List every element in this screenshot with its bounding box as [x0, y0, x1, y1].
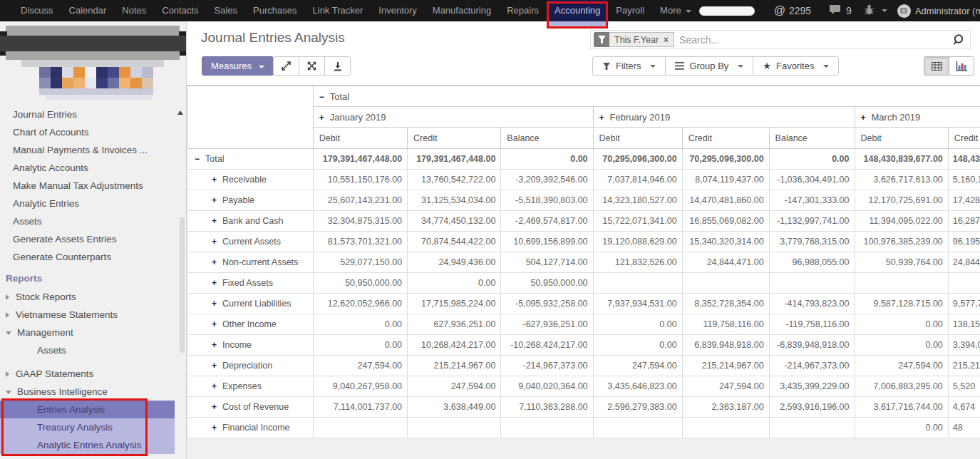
sidebar-item-entries-analysis[interactable]: Entries Analysis: [0, 401, 175, 418]
sidebar-item-treasury-analysis[interactable]: Treasury Analysis: [0, 418, 175, 436]
pivot-view-button[interactable]: [924, 56, 949, 76]
pivot-row-depreciation[interactable]: +Depreciation: [187, 356, 314, 376]
chevron-right-icon[interactable]: [6, 312, 9, 318]
expand-icon[interactable]: +: [212, 299, 217, 309]
search-bar[interactable]: This F.Year ×: [590, 30, 971, 49]
pivot-row-non-current-assets[interactable]: +Non-current Assets: [187, 252, 314, 273]
pivot-colgroup-february-2019[interactable]: +February 2019: [593, 107, 855, 128]
group-by-button[interactable]: Group By: [665, 56, 753, 76]
menu-accounting[interactable]: Accounting: [547, 0, 608, 21]
expand-icon[interactable]: +: [212, 237, 217, 247]
progress-gauge[interactable]: [699, 6, 755, 16]
filters-button[interactable]: Filters: [592, 56, 666, 76]
measure-header-balance[interactable]: Balance: [501, 128, 593, 149]
expand-icon[interactable]: +: [319, 113, 324, 123]
expand-all-button[interactable]: [273, 56, 299, 76]
expand-icon[interactable]: +: [212, 319, 217, 329]
menu-purchases[interactable]: Purchases: [245, 0, 304, 21]
measure-header-credit[interactable]: Credit: [408, 128, 501, 149]
sidebar-item-gaap-statements[interactable]: GAAP Statements: [0, 365, 186, 383]
pivot-row-financial-income[interactable]: +Financial Income: [187, 418, 314, 438]
sidebar-item-stock-reports[interactable]: Stock Reports: [0, 288, 186, 306]
menu-discuss[interactable]: Discuss: [13, 0, 61, 21]
expand-icon[interactable]: +: [212, 361, 217, 371]
sidebar-item-analytic-accounts[interactable]: Analytic Accounts: [0, 159, 186, 177]
measure-header-debit[interactable]: Debit: [855, 128, 948, 149]
pivot-row-current-liabilities[interactable]: +Current Liabilities: [187, 294, 314, 314]
expand-icon[interactable]: +: [212, 175, 217, 185]
graph-view-button[interactable]: [949, 56, 974, 76]
pivot-row-income[interactable]: +Income: [187, 335, 314, 356]
sidebar-item-assets[interactable]: Assets: [0, 341, 186, 359]
collapse-icon[interactable]: −: [319, 92, 324, 102]
menu-contacts[interactable]: Contacts: [154, 0, 206, 21]
flip-axis-button[interactable]: [299, 56, 325, 76]
search-icon[interactable]: [947, 33, 970, 46]
sidebar-item-invoicing[interactable]: Invoicing: [0, 454, 186, 459]
menu-sales[interactable]: Sales: [207, 0, 246, 21]
expand-icon[interactable]: +: [212, 381, 217, 391]
chevron-right-icon[interactable]: [6, 371, 9, 377]
pivot-row-cost-of-revenue[interactable]: +Cost of Revenue: [187, 397, 314, 418]
menu-more[interactable]: More: [652, 0, 699, 21]
pivot-row-bank-and-cash[interactable]: +Bank and Cash: [187, 211, 314, 232]
menu-repairs[interactable]: Repairs: [499, 0, 547, 21]
pivot-colgroup-total[interactable]: −Total: [313, 86, 980, 107]
avatar[interactable]: [897, 4, 911, 18]
sidebar-item-vietnamese-statements[interactable]: Vietnamese Statements: [0, 306, 186, 324]
sidebar-item-management[interactable]: Management: [0, 324, 186, 341]
scroll-up-arrow[interactable]: [177, 110, 183, 115]
search-facet[interactable]: This F.Year ×: [594, 32, 674, 47]
measure-header-debit[interactable]: Debit: [313, 128, 407, 149]
sidebar-item-journal-entries[interactable]: Journal Entries: [0, 105, 186, 123]
pivot-row-total[interactable]: −Total: [187, 149, 314, 170]
menu-payroll[interactable]: Payroll: [608, 0, 652, 21]
pivot-row-payable[interactable]: +Payable: [187, 190, 314, 211]
menu-inventory[interactable]: Inventory: [371, 0, 424, 21]
measure-header-debit[interactable]: Debit: [593, 128, 682, 149]
expand-icon[interactable]: +: [212, 257, 217, 267]
chevron-down-icon[interactable]: [6, 391, 11, 394]
sidebar-item-analytic-entries-analysis[interactable]: Analytic Entries Analysis: [0, 436, 175, 454]
expand-icon[interactable]: +: [212, 340, 217, 350]
menu-link-tracker[interactable]: Link Tracker: [305, 0, 371, 21]
measures-button[interactable]: Measures: [202, 56, 274, 76]
measure-header-credit[interactable]: Credit: [682, 128, 769, 149]
chevron-down-icon[interactable]: [6, 331, 11, 335]
pivot-colgroup-january-2019[interactable]: +January 2019: [313, 107, 593, 128]
remove-facet-icon[interactable]: ×: [664, 35, 669, 45]
user-menu-label[interactable]: Administrator (mknwyp...: [915, 6, 980, 16]
favorites-button[interactable]: ★ Favorites: [753, 56, 839, 76]
menu-calendar[interactable]: Calendar: [61, 0, 115, 21]
collapse-icon[interactable]: −: [195, 154, 200, 164]
measure-header-credit[interactable]: Credit: [948, 128, 980, 149]
sidebar-scrollbar[interactable]: [180, 217, 185, 353]
pivot-row-expenses[interactable]: +Expenses: [187, 376, 314, 397]
debug-menu[interactable]: [865, 4, 887, 17]
messages-counter[interactable]: 9: [828, 4, 852, 17]
pivot-row-fixed-assets[interactable]: +Fixed Assets: [187, 273, 314, 294]
sidebar-item-business-intelligence[interactable]: Business Intelligence: [0, 383, 186, 401]
sidebar-item-chart-of-accounts[interactable]: Chart of Accounts: [0, 123, 186, 141]
pivot-row-current-assets[interactable]: +Current Assets: [187, 232, 314, 252]
pivot-colgroup-march-2019[interactable]: +March 2019: [855, 107, 980, 128]
expand-icon[interactable]: +: [599, 113, 604, 123]
measure-header-balance[interactable]: Balance: [769, 128, 855, 149]
sidebar-item-generate-assets-entries[interactable]: Generate Assets Entries: [0, 230, 186, 248]
sidebar-item-make-manual-tax-adjustments[interactable]: Make Manual Tax Adjustments: [0, 177, 186, 195]
expand-icon[interactable]: +: [212, 216, 217, 226]
expand-icon[interactable]: +: [212, 423, 217, 433]
pivot-row-other-income[interactable]: +Other Income: [187, 314, 314, 335]
sidebar-item-assets[interactable]: Assets: [0, 212, 186, 230]
expand-icon[interactable]: +: [212, 402, 217, 412]
sidebar-item-generate-counterparts[interactable]: Generate Counterparts: [0, 248, 186, 266]
pivot-row-receivable[interactable]: +Receivable: [187, 170, 314, 190]
expand-icon[interactable]: +: [861, 113, 866, 123]
download-button[interactable]: [324, 56, 351, 76]
search-input[interactable]: [679, 34, 947, 46]
chevron-right-icon[interactable]: [6, 294, 9, 300]
sidebar-item-manual-payments-invoices[interactable]: Manual Payments & Invoices ...: [0, 141, 186, 159]
mentions-counter[interactable]: @ 2295: [774, 4, 811, 17]
expand-icon[interactable]: +: [212, 195, 217, 205]
expand-icon[interactable]: +: [212, 278, 217, 288]
